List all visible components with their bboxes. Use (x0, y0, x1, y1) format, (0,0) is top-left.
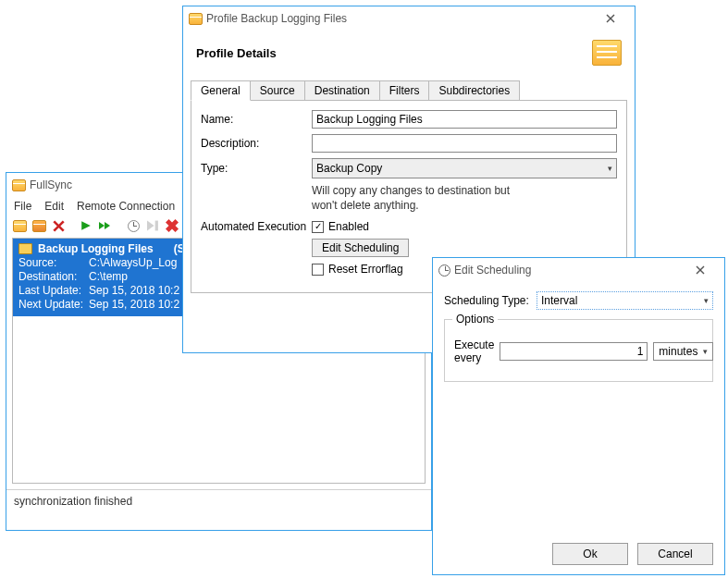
last-label: Last Update: (19, 284, 89, 297)
interval-value-input[interactable] (500, 342, 648, 361)
sched-type-label: Scheduling Type: (444, 294, 537, 307)
close-icon (606, 14, 615, 23)
description-label: Description: (201, 137, 312, 150)
tabs: General Source Destination Filters Subdi… (183, 80, 635, 101)
menu-file[interactable]: File (14, 200, 31, 213)
app-icon (12, 179, 26, 191)
ok-button[interactable]: Ok (552, 543, 628, 565)
toolbar-delete-icon[interactable] (50, 217, 67, 234)
reset-errorflag-label: Reset Errorflag (328, 263, 403, 276)
name-label: Name: (201, 113, 312, 126)
reset-errorflag-checkbox[interactable] (312, 264, 324, 276)
dest-label: Destination: (19, 270, 89, 283)
interval-unit-select[interactable]: minutes ▾ (653, 342, 713, 361)
svg-marker-3 (99, 222, 105, 229)
chevron-down-icon: ▾ (704, 296, 709, 305)
menu-remote[interactable]: Remote Connection (77, 200, 175, 213)
svg-marker-4 (105, 222, 110, 229)
chevron-down-icon: ▾ (703, 347, 708, 356)
tab-general[interactable]: General (191, 80, 251, 101)
sched-type-value: Interval (541, 294, 577, 307)
tab-subdirectories[interactable]: Subdirectories (428, 80, 520, 101)
type-select[interactable]: Backup Copy ▾ (312, 158, 617, 178)
options-fieldset: Options Execute every minutes ▾ (444, 319, 713, 382)
app-icon (189, 13, 203, 25)
status-text: synchronization finished (14, 495, 132, 508)
toolbar-schedule-icon[interactable] (125, 217, 142, 234)
execute-every-label: Execute every (454, 338, 494, 364)
source-value: C:\AlwaysUp_Log (89, 256, 177, 269)
interval-unit-value: minutes (659, 345, 697, 358)
autoexec-label: Automated Execution (201, 220, 312, 233)
svg-marker-2 (81, 221, 91, 230)
menu-edit[interactable]: Edit (44, 200, 64, 213)
edit-scheduling-button[interactable]: Edit Scheduling (312, 239, 409, 257)
chevron-down-icon: ▾ (608, 164, 612, 173)
clock-icon (128, 220, 140, 232)
notes2-icon (32, 220, 46, 232)
profile-titlebar[interactable]: Profile Backup Logging Files (183, 6, 635, 31)
source-label: Source: (19, 256, 89, 269)
close-icon (696, 265, 705, 275)
next-label: Next Update: (19, 298, 89, 311)
tab-destination[interactable]: Destination (304, 80, 380, 101)
next-value: Sep 15, 2018 10:2 (89, 298, 179, 311)
sched-type-select[interactable]: Interval ▾ (537, 291, 713, 310)
toolbar-new-icon[interactable] (11, 217, 28, 234)
notes-large-icon (592, 40, 622, 66)
statusbar: synchronization finished (6, 489, 431, 512)
toolbar-run-icon[interactable] (78, 217, 94, 234)
tab-source[interactable]: Source (250, 80, 305, 101)
enabled-checkbox[interactable]: ✓ (312, 221, 324, 233)
cancel-button[interactable]: Cancel (637, 543, 713, 565)
type-description-2: won't delete anything. (312, 199, 617, 214)
sched-titlebar[interactable]: Edit Scheduling (433, 258, 724, 282)
folder-icon (19, 243, 32, 254)
toolbar-stop-icon[interactable] (144, 217, 161, 234)
notes-icon (13, 220, 27, 232)
tab-filters[interactable]: Filters (379, 80, 430, 101)
type-description-1: Will copy any changes to destination but (312, 184, 617, 199)
svg-rect-6 (154, 221, 157, 231)
clock-icon (438, 264, 450, 277)
profile-dialog-title: Profile Backup Logging Files (203, 12, 592, 25)
name-input[interactable] (312, 110, 617, 129)
toolbar-runall-icon[interactable] (97, 217, 114, 234)
svg-marker-5 (147, 221, 154, 231)
dest-value: C:\temp (89, 270, 128, 283)
sched-title: Edit Scheduling (450, 264, 682, 277)
toolbar-edit-icon[interactable] (31, 217, 47, 234)
close-button[interactable] (682, 260, 719, 280)
enabled-label: Enabled (328, 220, 369, 233)
edit-scheduling-dialog: Edit Scheduling Scheduling Type: Interva… (432, 257, 725, 575)
profile-name: Backup Logging Files (38, 242, 154, 255)
last-value: Sep 15, 2018 10:2 (89, 284, 179, 297)
options-legend: Options (452, 313, 498, 326)
type-label: Type: (201, 162, 312, 175)
type-value: Backup Copy (316, 162, 382, 175)
section-title: Profile Details (196, 46, 277, 60)
toolbar-cancel-icon[interactable] (164, 217, 180, 234)
close-button[interactable] (592, 8, 629, 29)
description-input[interactable] (312, 134, 617, 153)
